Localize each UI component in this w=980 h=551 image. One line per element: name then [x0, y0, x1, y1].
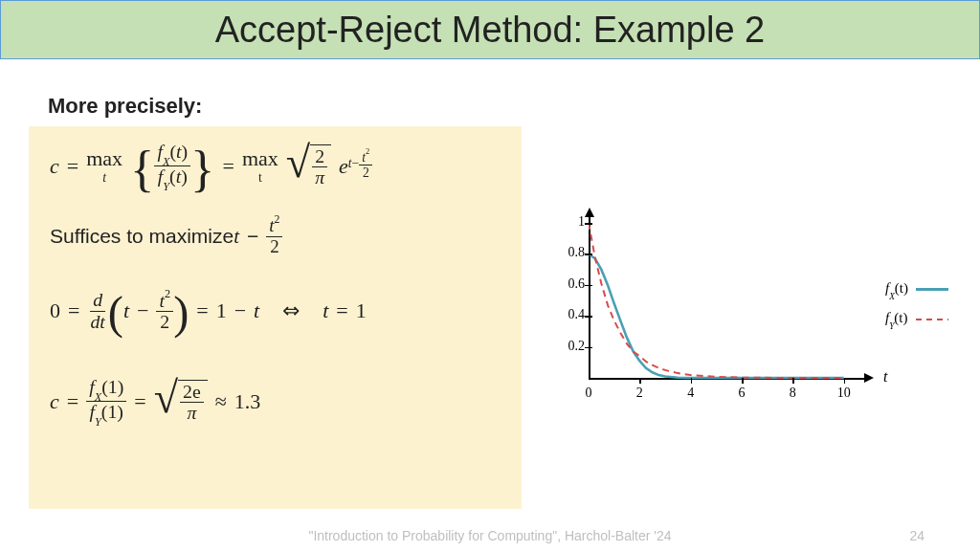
slide-title-bar: Accept-Reject Method: Example 2: [0, 0, 980, 59]
x-axis-label: t: [883, 368, 887, 386]
x-tick-label: 8: [783, 386, 802, 401]
y-tick-label: 0.6: [560, 276, 585, 292]
equation-c-max: c = maxt { fX(t) fY(t) } = maxt √2π et−t…: [50, 142, 501, 191]
legend-swatch-solid: [916, 288, 948, 291]
x-tick-label: 10: [835, 386, 854, 401]
legend-swatch-dashed: [916, 319, 948, 320]
y-tick-label: 0.4: [560, 307, 585, 322]
suffices-line: Suffices to maximize t − t2 2: [50, 216, 501, 257]
curve-f_X(t): [589, 254, 844, 379]
density-chart: t 0.20.40.60.810246810 fX(t) fY(t): [560, 215, 962, 421]
chart-curves: [589, 215, 876, 397]
y-tick-label: 1: [560, 214, 585, 230]
chart-legend: fX(t) fY(t): [885, 280, 948, 340]
x-tick-label: 0: [579, 386, 598, 401]
c-value-line: c = fX(1) fY(1) = √2eπ ≈ 1.3: [50, 377, 501, 427]
y-tick-label: 0.2: [560, 339, 585, 354]
x-tick-label: 2: [630, 386, 649, 401]
math-derivation-box: c = maxt { fX(t) fY(t) } = maxt √2π et−t…: [29, 126, 522, 509]
legend-fx: fX(t): [885, 280, 948, 298]
curve-f_Y(t): [589, 223, 844, 378]
x-tick-label: 6: [732, 386, 751, 401]
y-tick-label: 0.8: [560, 245, 585, 260]
derivative-line: 0 = ddt ( t − t22 ) = 1 − t ⇔ t = 1: [50, 290, 501, 333]
legend-fy: fY(t): [885, 310, 948, 328]
chart-axes: t 0.20.40.60.810246810: [589, 215, 876, 397]
page-number: 24: [909, 528, 924, 543]
subheading: More precisely:: [48, 94, 202, 119]
slide-title: Accept-Reject Method: Example 2: [215, 10, 766, 51]
footer-citation: "Introduction to Probability for Computi…: [0, 528, 980, 543]
x-tick-label: 4: [681, 386, 701, 401]
